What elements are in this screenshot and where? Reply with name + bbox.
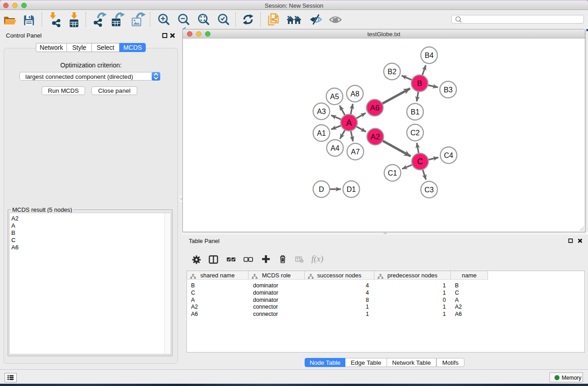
svg-text:C2: C2 xyxy=(411,129,420,137)
svg-text:A1: A1 xyxy=(317,129,326,137)
svg-text:D1: D1 xyxy=(347,186,356,193)
svg-text:D: D xyxy=(319,186,324,193)
svg-text:B4: B4 xyxy=(425,52,434,59)
svg-text:C4: C4 xyxy=(444,152,454,159)
svg-text:A8: A8 xyxy=(350,90,359,98)
svg-text:B: B xyxy=(417,79,422,88)
svg-text:B2: B2 xyxy=(387,68,397,76)
svg-text:A4: A4 xyxy=(330,144,339,152)
svg-text:A6: A6 xyxy=(370,104,380,112)
svg-text:C3: C3 xyxy=(425,186,434,194)
svg-text:C1: C1 xyxy=(388,169,397,177)
svg-text:A2: A2 xyxy=(371,133,380,141)
svg-text:A5: A5 xyxy=(330,93,339,100)
svg-text:B1: B1 xyxy=(411,108,420,116)
svg-text:A3: A3 xyxy=(317,108,326,115)
svg-text:C: C xyxy=(417,157,423,166)
svg-text:A: A xyxy=(346,118,352,128)
svg-text:B3: B3 xyxy=(444,86,453,94)
svg-text:A7: A7 xyxy=(351,148,360,156)
